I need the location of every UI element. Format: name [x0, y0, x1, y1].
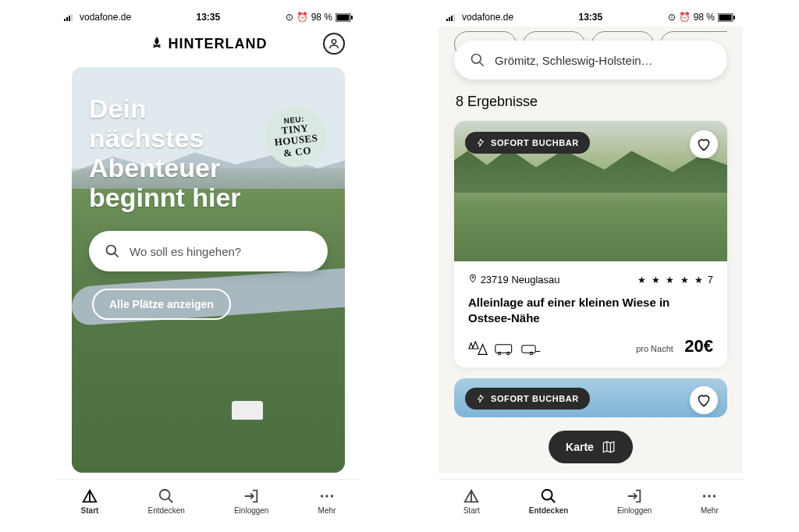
brand[interactable]: HINTERLAND [150, 36, 268, 52]
svg-line-23 [480, 62, 484, 66]
search-icon [158, 488, 175, 505]
price-value: 20€ [684, 336, 713, 356]
search-input[interactable]: Wo soll es hingehen? [89, 231, 328, 271]
location-text: 23719 Neuglasau [481, 274, 560, 286]
card-body: 23719 Neuglasau ★ ★ ★ ★ ★ 7 Alleinlage a… [454, 261, 727, 367]
map-button-label: Karte [566, 441, 594, 453]
bottom-nav: Start Entdecken Einloggen Mehr [56, 479, 360, 523]
app-header: HINTERLAND [56, 27, 360, 61]
svg-point-26 [498, 352, 500, 354]
nav-label-start: Start [81, 506, 99, 515]
nav-label-mehr: Mehr [318, 506, 336, 515]
card-meta: 23719 Neuglasau ★ ★ ★ ★ ★ 7 [468, 274, 713, 286]
svg-rect-5 [337, 14, 350, 20]
tent-trees-icon [468, 341, 488, 356]
more-icon [701, 488, 718, 505]
nav-start[interactable]: Start [463, 488, 480, 515]
svg-rect-3 [71, 14, 73, 21]
map-icon [602, 440, 616, 454]
nav-entdecken[interactable]: Entdecken [529, 488, 569, 515]
svg-rect-18 [453, 14, 455, 21]
nav-mehr[interactable]: Mehr [701, 488, 719, 515]
map-toggle-button[interactable]: Karte [549, 431, 633, 463]
nav-mehr[interactable]: Mehr [318, 488, 336, 515]
svg-point-7 [332, 40, 336, 44]
svg-line-9 [115, 254, 119, 257]
signal-icon [64, 13, 76, 21]
svg-rect-16 [449, 17, 450, 21]
phone-results: vodafone.de 13:35 ⊙ ⏰ 98 % Grömitz, Schl… [439, 8, 743, 523]
hero-title: Dein nächstes Abenteuer beginnt hier [89, 94, 268, 212]
tiny-houses-badge[interactable]: NEU: TINY HOUSES & CO [262, 103, 329, 170]
caravan-icon [521, 341, 542, 356]
result-card[interactable]: SOFORT BUCHBAR [454, 378, 727, 417]
carrier-label: vodafone.de [80, 12, 131, 23]
price-label: pro Nacht [636, 344, 673, 353]
carrier-label: vodafone.de [462, 12, 513, 23]
svg-rect-6 [351, 16, 353, 20]
card-location: 23719 Neuglasau [468, 274, 560, 286]
profile-button[interactable] [323, 33, 345, 55]
status-right: ⊙ ⏰ 98 % [668, 12, 735, 23]
svg-point-33 [703, 495, 705, 497]
search-input[interactable]: Grömitz, Schleswig-Holstein… [454, 41, 727, 80]
all-places-button[interactable]: Alle Plätze anzeigen [92, 289, 231, 320]
search-icon [105, 243, 120, 259]
bolt-icon [476, 137, 485, 148]
tent-icon [81, 488, 98, 505]
svg-rect-15 [446, 19, 448, 21]
favorite-button[interactable] [690, 386, 718, 414]
nav-start[interactable]: Start [81, 488, 99, 515]
status-left: vodafone.de [446, 12, 513, 23]
svg-rect-21 [733, 16, 735, 20]
campfire-icon [150, 37, 164, 51]
search-icon [540, 488, 557, 505]
tent-icon [463, 488, 480, 505]
instant-book-badge: SOFORT BUCHBAR [465, 132, 590, 154]
status-time: 13:35 [579, 12, 603, 23]
nav-label-mehr: Mehr [701, 506, 719, 515]
user-icon [328, 37, 340, 50]
svg-rect-2 [69, 16, 70, 21]
search-icon [470, 52, 485, 68]
svg-point-12 [321, 495, 323, 497]
favorite-button[interactable] [690, 130, 718, 158]
tiny-badge-line3: & CO [283, 145, 312, 159]
results-content: Grömitz, Schleswig-Holstein… 8 Ergebniss… [439, 27, 743, 473]
alarm-icon: ⏰ [679, 12, 691, 23]
nav-entdecken[interactable]: Entdecken [148, 488, 185, 515]
card-rating: ★ ★ ★ ★ ★ 7 [637, 274, 713, 286]
svg-point-10 [160, 490, 170, 500]
nav-label-entdecken: Entdecken [529, 506, 569, 515]
svg-line-32 [551, 498, 556, 503]
nav-label-entdecken: Entdecken [148, 506, 185, 515]
instant-book-badge: SOFORT BUCHBAR [465, 388, 590, 410]
svg-point-35 [713, 495, 716, 497]
search-placeholder: Wo soll es hingehen? [130, 245, 241, 258]
bottom-nav: Start Entdecken Einloggen Mehr [439, 479, 743, 523]
signal-icon [446, 13, 459, 21]
nav-label-start: Start [463, 506, 480, 515]
svg-rect-25 [495, 345, 512, 353]
orientation-lock-icon: ⊙ [286, 12, 293, 23]
nav-einloggen[interactable]: Einloggen [234, 488, 268, 515]
svg-rect-17 [451, 16, 453, 21]
svg-point-31 [542, 490, 552, 500]
alarm-icon: ⏰ [297, 12, 308, 23]
svg-point-8 [107, 246, 116, 255]
nav-label-einloggen: Einloggen [234, 506, 268, 515]
all-places-label: Alle Plätze anzeigen [109, 298, 214, 310]
results-count: 8 Ergebnisse [456, 94, 726, 110]
svg-rect-20 [719, 14, 732, 20]
hero: Dein nächstes Abenteuer beginnt hier NEU… [72, 67, 345, 473]
nav-einloggen[interactable]: Einloggen [617, 488, 652, 515]
phone-home: vodafone.de 13:35 ⊙ ⏰ 98 % HINTERLAND De… [56, 8, 360, 523]
svg-line-11 [169, 498, 173, 503]
battery-icon [718, 13, 735, 22]
orientation-lock-icon: ⊙ [668, 12, 676, 23]
search-value: Grömitz, Schleswig-Holstein… [495, 54, 653, 67]
pin-icon [468, 274, 478, 283]
card-image: SOFORT BUCHBAR [454, 121, 727, 261]
result-card[interactable]: SOFORT BUCHBAR 23719 Neuglasau ★ ★ ★ ★ ★… [454, 121, 727, 367]
status-bar: vodafone.de 13:35 ⊙ ⏰ 98 % [56, 8, 360, 27]
